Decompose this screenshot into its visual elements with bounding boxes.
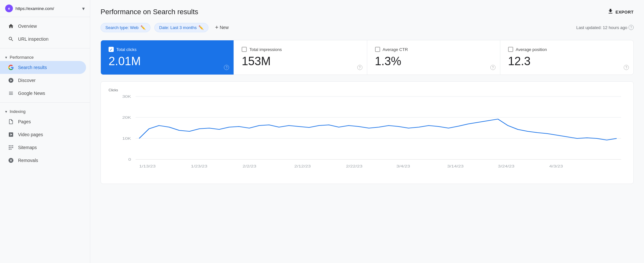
- metric-average-position[interactable]: Average position 12.3 ?: [500, 40, 633, 75]
- url-inspection-icon: [8, 36, 14, 42]
- svg-text:2/22/23: 2/22/23: [346, 164, 362, 168]
- sidebar-item-google-news-label: Google News: [18, 91, 45, 96]
- sidebar-section-indexing-label: Indexing: [10, 109, 25, 114]
- svg-text:3/14/23: 3/14/23: [447, 164, 464, 168]
- svg-text:2/12/23: 2/12/23: [294, 164, 311, 168]
- export-label: EXPORT: [616, 10, 634, 15]
- average-position-checkbox[interactable]: [508, 47, 513, 52]
- svg-text:10K: 10K: [122, 137, 131, 140]
- metric-average-ctr[interactable]: Average CTR 1.3% ?: [367, 40, 500, 75]
- url-text: https://examine.com/: [15, 6, 80, 11]
- sidebar-item-sitemaps[interactable]: Sitemaps: [0, 141, 86, 154]
- url-chevron-icon: ▾: [82, 5, 85, 12]
- chart-container: Clicks 30K 20K 10K 0 1/13/23 1/23/23 2/2…: [101, 81, 634, 184]
- date-edit-icon: ✏️: [198, 25, 204, 30]
- removals-icon: [8, 157, 14, 164]
- sidebar-item-overview[interactable]: Overview: [0, 20, 86, 33]
- sidebar-item-search-results-label: Search results: [18, 65, 47, 70]
- sidebar-section-performance-label: Performance: [10, 55, 34, 60]
- date-filter[interactable]: Date: Last 3 months ✏️: [154, 23, 208, 32]
- total-clicks-value: 2.01M: [109, 55, 226, 68]
- home-icon: [8, 23, 14, 29]
- sidebar-item-search-results[interactable]: Search results: [0, 61, 86, 74]
- svg-text:3/24/23: 3/24/23: [498, 164, 514, 168]
- average-ctr-help-icon[interactable]: ?: [490, 65, 495, 70]
- indexing-chevron-icon: ▾: [5, 109, 7, 114]
- new-filter-label: New: [220, 25, 229, 30]
- chart-y-label: Clicks: [109, 88, 626, 92]
- total-clicks-label: Total clicks: [116, 47, 137, 52]
- svg-text:1/13/23: 1/13/23: [139, 164, 156, 168]
- sidebar-nav: Overview URL inspection ▾ Performance Se…: [0, 17, 90, 169]
- video-pages-icon: [8, 131, 14, 138]
- chart-area: 30K 20K 10K 0 1/13/23 1/23/23 2/2/23 2/1…: [109, 93, 626, 177]
- main-header: Performance on Search results EXPORT: [101, 8, 634, 16]
- search-type-edit-icon: ✏️: [140, 25, 146, 30]
- last-updated: Last updated: 12 hours ago ?: [576, 25, 634, 30]
- last-updated-help-icon[interactable]: ?: [629, 25, 634, 30]
- average-ctr-checkbox[interactable]: [375, 47, 380, 52]
- sidebar-item-google-news[interactable]: Google News: [0, 87, 86, 100]
- svg-text:2/2/23: 2/2/23: [243, 164, 256, 168]
- total-impressions-label: Total impressions: [249, 47, 282, 52]
- new-filter-button[interactable]: + New: [212, 23, 231, 32]
- sidebar-item-removals-label: Removals: [18, 158, 38, 163]
- total-impressions-help-icon[interactable]: ?: [357, 65, 362, 70]
- metrics-row: ✓ Total clicks 2.01M ? Total impressions…: [101, 40, 634, 75]
- total-impressions-checkbox[interactable]: [242, 47, 247, 52]
- sidebar-divider-2: [0, 102, 90, 103]
- sidebar-item-video-pages[interactable]: Video pages: [0, 128, 86, 141]
- svg-text:3/4/23: 3/4/23: [396, 164, 410, 168]
- sidebar-section-performance[interactable]: ▾ Performance: [0, 51, 90, 61]
- metric-average-ctr-header: Average CTR: [375, 47, 492, 52]
- sidebar-item-overview-label: Overview: [18, 24, 37, 29]
- sidebar-item-removals[interactable]: Removals: [0, 154, 86, 167]
- plus-icon: +: [215, 25, 218, 30]
- total-impressions-value: 153M: [242, 55, 359, 68]
- page-title: Performance on Search results: [101, 8, 198, 16]
- sidebar-item-pages[interactable]: Pages: [0, 115, 86, 128]
- main-content: Performance on Search results EXPORT Sea…: [90, 0, 644, 263]
- sidebar-divider-1: [0, 48, 90, 48]
- sidebar-section-indexing[interactable]: ▾ Indexing: [0, 105, 90, 115]
- export-button[interactable]: EXPORT: [607, 8, 634, 16]
- average-ctr-label: Average CTR: [383, 47, 408, 52]
- chart-svg: 30K 20K 10K 0 1/13/23 1/23/23 2/2/23 2/1…: [109, 93, 626, 177]
- export-icon: [607, 8, 614, 16]
- search-type-filter[interactable]: Search type: Web ✏️: [101, 23, 150, 32]
- svg-text:1/23/23: 1/23/23: [191, 164, 207, 168]
- metric-total-clicks[interactable]: ✓ Total clicks 2.01M ?: [101, 40, 234, 75]
- url-bar[interactable]: e https://examine.com/ ▾: [0, 0, 90, 17]
- sidebar-item-video-pages-label: Video pages: [18, 132, 43, 137]
- favicon-letter: e: [8, 6, 10, 10]
- check-icon: ✓: [110, 48, 113, 51]
- google-icon: [8, 64, 14, 71]
- metric-total-impressions-header: Total impressions: [242, 47, 359, 52]
- total-clicks-help-icon[interactable]: ?: [224, 65, 229, 70]
- sidebar-item-discover-label: Discover: [18, 78, 35, 83]
- average-position-help-icon[interactable]: ?: [624, 65, 629, 70]
- sidebar-item-url-inspection[interactable]: URL inspection: [0, 33, 86, 46]
- sidebar-item-url-inspection-label: URL inspection: [18, 36, 48, 42]
- svg-text:0: 0: [128, 157, 131, 161]
- average-ctr-value: 1.3%: [375, 55, 492, 68]
- google-news-icon: [8, 90, 14, 96]
- metric-average-position-header: Average position: [508, 47, 626, 52]
- svg-text:4/3/23: 4/3/23: [549, 164, 563, 168]
- average-position-value: 12.3: [508, 55, 626, 68]
- sidebar-item-sitemaps-label: Sitemaps: [18, 145, 37, 150]
- sidebar-item-pages-label: Pages: [18, 119, 31, 124]
- sidebar: e https://examine.com/ ▾ Overview URL in…: [0, 0, 90, 263]
- favicon: e: [5, 5, 13, 12]
- total-clicks-checkbox[interactable]: ✓: [109, 47, 114, 52]
- filter-bar: Search type: Web ✏️ Date: Last 3 months …: [101, 23, 634, 32]
- sitemaps-icon: [8, 144, 14, 151]
- last-updated-text: Last updated: 12 hours ago: [576, 25, 627, 30]
- metric-total-clicks-header: ✓ Total clicks: [109, 47, 226, 52]
- search-type-label: Search type: Web: [105, 25, 139, 30]
- average-position-label: Average position: [516, 47, 547, 52]
- date-label: Date: Last 3 months: [159, 25, 197, 30]
- svg-text:30K: 30K: [122, 95, 131, 98]
- metric-total-impressions[interactable]: Total impressions 153M ?: [234, 40, 367, 75]
- sidebar-item-discover[interactable]: Discover: [0, 74, 86, 87]
